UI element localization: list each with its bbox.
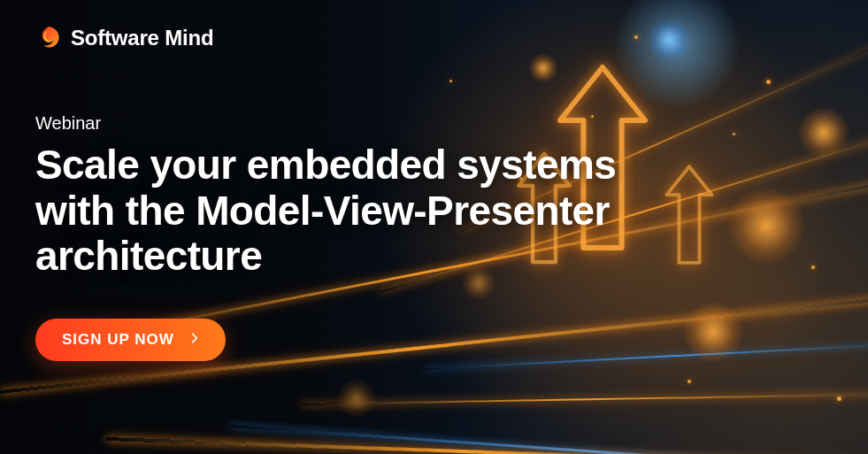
- webinar-hero-banner: Software Mind Webinar Scale your embedde…: [0, 0, 868, 454]
- content-layer: Software Mind Webinar Scale your embedde…: [0, 0, 868, 454]
- chevron-right-icon: [188, 332, 201, 347]
- eyebrow-label: Webinar: [35, 113, 833, 134]
- brand-name: Software Mind: [71, 26, 213, 50]
- brand-logo: Software Mind: [35, 25, 833, 51]
- brand-logo-icon: [35, 25, 62, 51]
- headline: Scale your embedded systems with the Mod…: [35, 142, 672, 280]
- cta-label: SIGN UP NOW: [62, 331, 174, 349]
- sign-up-button[interactable]: SIGN UP NOW: [35, 319, 226, 361]
